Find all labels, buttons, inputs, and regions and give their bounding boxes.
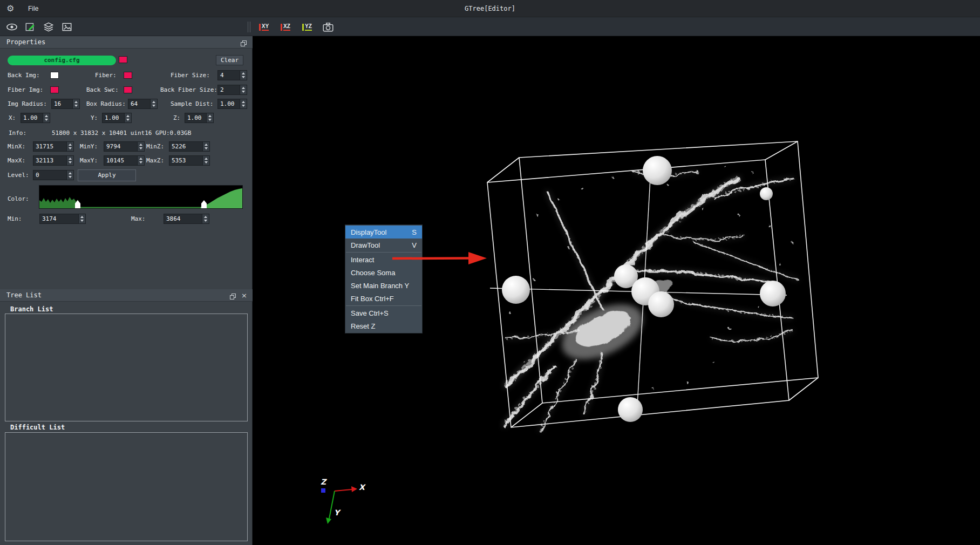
view-xy-label: XY [262, 23, 269, 31]
menu-item-interact[interactable]: Interact [345, 253, 422, 266]
properties-panel-header: Properties [0, 36, 253, 49]
edit-button[interactable] [23, 19, 38, 34]
intensity-histogram[interactable] [39, 185, 243, 209]
max-spinbox[interactable]: 3864 [164, 214, 209, 224]
difficult-list-area[interactable] [5, 432, 248, 541]
color-label: Color: [8, 194, 29, 204]
back-swc-label: Back Swc: [86, 85, 119, 95]
menu-item-reset-z[interactable]: Reset Z [345, 319, 422, 332]
config-file-button[interactable]: config.cfg [8, 56, 116, 65]
branch-list-area[interactable] [5, 314, 248, 421]
axis-x-arrow [335, 489, 352, 491]
fiber-swatch[interactable] [124, 72, 132, 79]
image-icon [61, 21, 73, 33]
menu-item-displaytool[interactable]: DisplayTool S [345, 226, 422, 239]
histogram-max-handle[interactable] [201, 200, 207, 208]
spinner-arrows[interactable] [78, 214, 85, 223]
eye-icon [6, 21, 18, 33]
tree-list-close-button[interactable]: × [241, 289, 247, 302]
spinner-arrows[interactable] [240, 71, 247, 80]
view-xz-label: XZ [283, 23, 290, 31]
soma-sphere[interactable] [502, 276, 530, 304]
min-spinbox[interactable]: 3174 [39, 214, 86, 224]
view-xz-button[interactable]: XZ [277, 21, 294, 33]
spinner-arrows[interactable] [66, 142, 73, 151]
spinner-arrows[interactable] [202, 156, 209, 165]
fiber-size-label: Fiber Size: [171, 70, 210, 80]
spinner-arrows[interactable] [137, 142, 144, 151]
back-img-label: Back Img: [8, 70, 40, 80]
spinner-arrows[interactable] [240, 85, 247, 94]
spinner-arrows[interactable] [150, 99, 157, 108]
spinner-arrows[interactable] [206, 113, 213, 122]
back-swc-swatch[interactable] [124, 86, 132, 93]
level-spinbox[interactable]: 0 [33, 170, 74, 180]
miny-spinbox[interactable]: 9794 [104, 141, 145, 152]
x-scale-spinbox[interactable]: 1.00 [21, 113, 50, 123]
spinner-arrows[interactable] [124, 113, 131, 122]
left-dock-panel: Properties config.cfg Clear Back Img: Fi… [0, 36, 253, 545]
box-radius-spinbox[interactable]: 64 [128, 99, 158, 109]
spinner-arrows[interactable] [202, 214, 209, 223]
clear-button[interactable]: Clear [216, 55, 243, 65]
minx-spinbox[interactable]: 31715 [33, 141, 74, 152]
spinner-arrows[interactable] [240, 99, 247, 108]
difficult-list-label: Difficult List [10, 424, 65, 431]
soma-sphere[interactable] [760, 187, 773, 200]
back-img-swatch[interactable] [50, 72, 59, 79]
img-radius-label: Img Radius: [8, 99, 47, 109]
img-radius-spinbox[interactable]: 16 [51, 99, 80, 109]
maxz-value: 5353 [169, 156, 202, 165]
fiber-size-spinbox[interactable]: 4 [217, 70, 247, 80]
file-menu[interactable]: File [24, 0, 43, 17]
max-label: Max: [131, 214, 146, 224]
soma-sphere[interactable] [618, 397, 643, 422]
properties-float-button[interactable] [241, 39, 247, 51]
snapshot-button[interactable] [321, 19, 336, 34]
spinner-arrows[interactable] [66, 171, 73, 180]
spinner-arrows[interactable] [66, 156, 73, 165]
view-yz-button[interactable]: YZ [298, 21, 316, 33]
axis-y-arrowhead [326, 517, 331, 524]
spinner-arrows[interactable] [43, 113, 50, 122]
soma-sphere[interactable] [648, 291, 674, 317]
viewport-3d[interactable]: Z X Y DisplayTool S DrawTool V Int [253, 36, 980, 545]
float-icon [230, 294, 236, 300]
menu-item-fit-box[interactable]: Fit Box Ctrl+F [345, 292, 422, 305]
menu-item-choose-soma[interactable]: Choose Soma [345, 266, 422, 279]
titlebar: ⚙ File GTree[Editor] [0, 0, 980, 17]
minz-value: 5226 [169, 142, 202, 151]
view-xy-button[interactable]: XY [255, 21, 273, 33]
menu-separator [346, 305, 421, 306]
menu-item-set-main-branch[interactable]: Set Main Branch Y [345, 279, 422, 292]
soma-sphere[interactable] [643, 156, 672, 185]
y-scale-spinbox[interactable]: 1.00 [102, 113, 132, 123]
spinner-arrows[interactable] [72, 99, 79, 108]
apply-button[interactable]: Apply [78, 169, 136, 181]
spinner-arrows[interactable] [137, 156, 144, 165]
maxz-spinbox[interactable]: 5353 [169, 155, 210, 166]
soma-sphere[interactable] [760, 281, 786, 306]
layers-button[interactable] [41, 19, 56, 34]
back-fiber-size-spinbox[interactable]: 2 [217, 85, 247, 95]
visibility-button[interactable] [4, 19, 19, 34]
sample-dist-spinbox[interactable]: 1.00 [217, 99, 247, 109]
minx-label: MinX: [8, 141, 25, 152]
image-button[interactable] [59, 19, 74, 34]
xy-axis-mark [259, 24, 261, 31]
branch-list-label: Branch List [10, 305, 53, 313]
menu-item-save[interactable]: Save Ctrl+S [345, 306, 422, 319]
fiber-label: Fiber: [95, 70, 117, 80]
menu-item-drawtool[interactable]: DrawTool V [345, 239, 422, 251]
info-label: Info: [9, 128, 26, 138]
fiber-img-swatch[interactable] [50, 86, 59, 93]
maxx-spinbox[interactable]: 32113 [33, 155, 74, 166]
config-color-swatch[interactable] [119, 56, 127, 63]
miny-value: 9794 [104, 142, 137, 151]
maxy-value: 10145 [104, 156, 137, 165]
spinner-arrows[interactable] [202, 142, 209, 151]
z-scale-spinbox[interactable]: 1.00 [185, 113, 214, 123]
maxy-spinbox[interactable]: 10145 [104, 155, 145, 166]
minz-spinbox[interactable]: 5226 [169, 141, 210, 152]
tree-list-float-button[interactable] [230, 292, 236, 304]
